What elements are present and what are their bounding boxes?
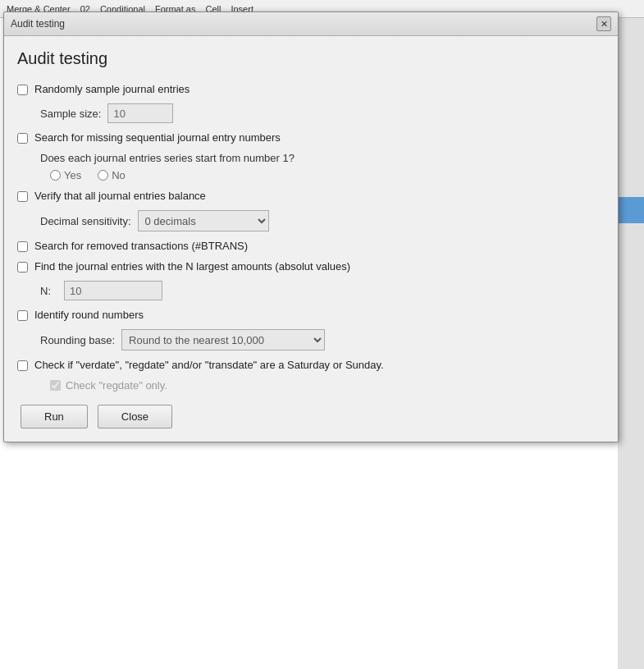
radio-yes-no-row: Yes No: [50, 169, 601, 181]
dialog-heading: Audit testing: [17, 49, 601, 68]
label-identify-round[interactable]: Identify round numbers: [34, 309, 144, 321]
sample-size-input[interactable]: [107, 103, 173, 123]
label-find-largest[interactable]: Find the journal entries with the N larg…: [34, 260, 350, 273]
radio-no[interactable]: [98, 170, 108, 181]
label-verify-balance[interactable]: Verify that all journal entries balance: [34, 190, 206, 202]
option-verify-balance: Verify that all journal entries balance: [17, 190, 601, 202]
button-row: Run Close: [21, 405, 601, 428]
dialog-body: Audit testing Randomly sample journal en…: [4, 36, 618, 442]
rounding-base-select[interactable]: Round to the nearest 10,000 Round to the…: [121, 329, 325, 351]
option-randomly-sample: Randomly sample journal entries: [17, 83, 601, 95]
checkbox-verify-balance[interactable]: [17, 191, 28, 202]
dialog-title: Audit testing: [11, 18, 65, 30]
option-identify-round: Identify round numbers: [17, 309, 601, 321]
label-search-removed[interactable]: Search for removed transactions (#BTRANS…: [34, 240, 248, 252]
checkbox-check-date[interactable]: [17, 360, 28, 371]
n-label: N:: [40, 285, 51, 297]
run-button[interactable]: Run: [21, 405, 88, 428]
radio-yes[interactable]: [50, 170, 61, 181]
radio-no-label[interactable]: No: [98, 169, 126, 181]
close-icon[interactable]: ✕: [596, 16, 611, 31]
checkbox-find-largest[interactable]: [17, 262, 28, 273]
dialog-overlay: Audit testing ✕ Audit testing Randomly s…: [0, 0, 644, 669]
sample-size-label: Sample size:: [40, 108, 101, 120]
n-value-row: N:: [40, 281, 601, 300]
option-check-date: Check if "verdate", "regdate" and/or "tr…: [17, 359, 601, 371]
n-value-input[interactable]: [64, 281, 162, 300]
check-regdate-row: Check "regdate" only.: [50, 379, 601, 392]
journal-series-question: Does each journal entries series start f…: [40, 152, 601, 164]
sample-size-row: Sample size:: [40, 103, 601, 123]
checkbox-identify-round[interactable]: [17, 310, 28, 321]
checkbox-search-removed[interactable]: [17, 241, 28, 252]
rounding-base-label: Rounding base:: [40, 334, 115, 346]
label-search-missing[interactable]: Search for missing sequential journal en…: [34, 131, 281, 144]
option-search-removed: Search for removed transactions (#BTRANS…: [17, 240, 601, 252]
radio-no-text: No: [112, 169, 126, 181]
label-check-regdate: Check "regdate" only.: [66, 379, 167, 392]
dialog-titlebar: Audit testing ✕: [4, 12, 618, 36]
checkbox-randomly-sample[interactable]: [17, 85, 28, 95]
checkbox-search-missing[interactable]: [17, 133, 28, 144]
label-randomly-sample[interactable]: Randomly sample journal entries: [34, 83, 190, 95]
label-check-date[interactable]: Check if "verdate", "regdate" and/or "tr…: [34, 359, 384, 371]
rounding-base-row: Rounding base: Round to the nearest 10,0…: [40, 329, 601, 351]
radio-yes-text: Yes: [64, 169, 81, 181]
close-button[interactable]: Close: [98, 405, 172, 428]
option-find-largest: Find the journal entries with the N larg…: [17, 260, 601, 273]
decimal-sensitivity-select[interactable]: 0 decimals 1 decimal 2 decimals 3 decima…: [138, 210, 269, 231]
decimal-sensitivity-row: Decimal sensitivity: 0 decimals 1 decima…: [40, 210, 601, 231]
decimal-sensitivity-label: Decimal sensitivity:: [40, 215, 131, 227]
option-search-missing: Search for missing sequential journal en…: [17, 131, 601, 144]
checkbox-check-regdate: [50, 380, 61, 391]
radio-yes-label[interactable]: Yes: [50, 169, 81, 181]
audit-dialog: Audit testing ✕ Audit testing Randomly s…: [3, 11, 619, 442]
